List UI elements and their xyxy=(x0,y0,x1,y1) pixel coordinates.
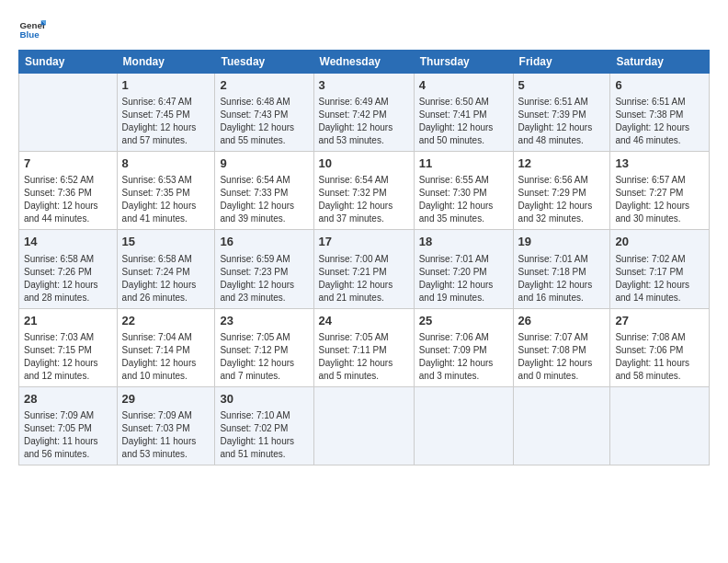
cell-info-line: Sunset: 7:27 PM xyxy=(615,187,704,200)
cell-info-line: and 32 minutes. xyxy=(518,213,606,225)
cell-info-line: Sunrise: 6:50 AM xyxy=(419,96,508,109)
cell-info-line: Sunset: 7:36 PM xyxy=(24,187,112,200)
calendar-cell xyxy=(414,386,513,465)
cell-info-line: Sunrise: 6:55 AM xyxy=(419,174,508,187)
day-number: 6 xyxy=(615,77,704,94)
calendar-cell: 4Sunrise: 6:50 AMSunset: 7:41 PMDaylight… xyxy=(414,74,513,152)
cell-info-line: Sunset: 7:30 PM xyxy=(419,187,508,200)
calendar-cell: 21Sunrise: 7:03 AMSunset: 7:15 PMDayligh… xyxy=(19,308,118,386)
calendar-cell: 11Sunrise: 6:55 AMSunset: 7:30 PMDayligh… xyxy=(414,152,513,230)
cell-info-line: Sunrise: 7:01 AM xyxy=(419,253,508,266)
cell-info-line: Sunrise: 6:56 AM xyxy=(518,174,606,187)
calendar-cell: 5Sunrise: 6:51 AMSunset: 7:39 PMDaylight… xyxy=(513,74,610,152)
cell-info-line: Daylight: 12 hours xyxy=(122,121,210,134)
weekday-header-monday: Monday xyxy=(117,51,215,74)
cell-info-line: Sunset: 7:26 PM xyxy=(24,266,112,279)
calendar-week-row: 1Sunrise: 6:47 AMSunset: 7:45 PMDaylight… xyxy=(19,74,710,152)
day-number: 2 xyxy=(220,77,308,94)
calendar-week-row: 21Sunrise: 7:03 AMSunset: 7:15 PMDayligh… xyxy=(19,308,710,386)
calendar-cell: 24Sunrise: 7:05 AMSunset: 7:11 PMDayligh… xyxy=(313,308,414,386)
cell-info-line: Daylight: 12 hours xyxy=(419,121,508,134)
cell-info-line: and 58 minutes. xyxy=(615,370,704,383)
calendar-cell: 28Sunrise: 7:09 AMSunset: 7:05 PMDayligh… xyxy=(19,386,118,465)
cell-info-line: Sunset: 7:15 PM xyxy=(24,344,112,357)
day-number: 11 xyxy=(419,155,508,172)
logo: General Blue xyxy=(18,15,46,42)
cell-info-line: and 48 minutes. xyxy=(518,134,606,147)
cell-info-line: Daylight: 12 hours xyxy=(419,357,508,370)
day-number: 5 xyxy=(518,77,606,94)
cell-info-line: Sunrise: 7:09 AM xyxy=(24,409,112,422)
day-number: 24 xyxy=(319,313,409,329)
cell-info-line: Daylight: 11 hours xyxy=(220,435,308,448)
cell-info-line: Daylight: 12 hours xyxy=(319,121,409,134)
day-number: 25 xyxy=(419,313,508,329)
cell-info-line: Sunset: 7:08 PM xyxy=(518,344,606,357)
cell-info-line: Sunset: 7:35 PM xyxy=(122,187,210,200)
calendar-cell: 22Sunrise: 7:04 AMSunset: 7:14 PMDayligh… xyxy=(117,308,215,386)
cell-info-line: Daylight: 12 hours xyxy=(615,279,704,292)
calendar-cell: 30Sunrise: 7:10 AMSunset: 7:02 PMDayligh… xyxy=(215,386,313,465)
cell-info-line: and 56 minutes. xyxy=(24,448,112,461)
cell-info-line: Sunset: 7:14 PM xyxy=(122,344,210,357)
day-number: 22 xyxy=(122,313,210,329)
cell-info-line: Sunset: 7:38 PM xyxy=(615,109,704,121)
cell-info-line: and 46 minutes. xyxy=(615,134,704,147)
weekday-header-row: SundayMondayTuesdayWednesdayThursdayFrid… xyxy=(19,51,710,74)
cell-info-line: Sunset: 7:20 PM xyxy=(419,266,508,279)
cell-info-line: Sunrise: 6:54 AM xyxy=(220,174,308,187)
cell-info-line: Sunrise: 7:02 AM xyxy=(615,253,704,266)
cell-info-line: Sunrise: 7:05 AM xyxy=(319,331,409,344)
calendar-cell xyxy=(19,74,118,152)
calendar-cell: 2Sunrise: 6:48 AMSunset: 7:43 PMDaylight… xyxy=(215,74,313,152)
cell-info-line: Sunrise: 6:47 AM xyxy=(122,96,210,109)
cell-info-line: Daylight: 12 hours xyxy=(220,121,308,134)
calendar-cell: 9Sunrise: 6:54 AMSunset: 7:33 PMDaylight… xyxy=(215,152,313,230)
calendar-week-row: 14Sunrise: 6:58 AMSunset: 7:26 PMDayligh… xyxy=(19,230,710,308)
cell-info-line: Sunset: 7:43 PM xyxy=(220,109,308,121)
calendar-cell: 1Sunrise: 6:47 AMSunset: 7:45 PMDaylight… xyxy=(117,74,215,152)
cell-info-line: and 14 minutes. xyxy=(615,292,704,304)
day-number: 4 xyxy=(419,77,508,94)
cell-info-line: Daylight: 11 hours xyxy=(615,357,704,370)
cell-info-line: Sunrise: 7:01 AM xyxy=(518,253,606,266)
cell-info-line: Daylight: 12 hours xyxy=(419,279,508,292)
day-number: 7 xyxy=(24,155,112,172)
day-number: 14 xyxy=(24,234,112,250)
day-number: 12 xyxy=(518,155,606,172)
day-number: 30 xyxy=(220,391,308,408)
calendar-cell: 13Sunrise: 6:57 AMSunset: 7:27 PMDayligh… xyxy=(610,152,710,230)
day-number: 13 xyxy=(615,155,704,172)
cell-info-line: Sunset: 7:24 PM xyxy=(122,266,210,279)
page-container: General Blue SundayMondayTuesdayWednesda… xyxy=(0,0,728,475)
cell-info-line: Daylight: 12 hours xyxy=(319,357,409,370)
calendar-cell: 15Sunrise: 6:58 AMSunset: 7:24 PMDayligh… xyxy=(117,230,215,308)
cell-info-line: Daylight: 12 hours xyxy=(220,357,308,370)
calendar-cell: 25Sunrise: 7:06 AMSunset: 7:09 PMDayligh… xyxy=(414,308,513,386)
cell-info-line: and 57 minutes. xyxy=(122,134,210,147)
calendar-cell: 14Sunrise: 6:58 AMSunset: 7:26 PMDayligh… xyxy=(19,230,118,308)
cell-info-line: Sunset: 7:41 PM xyxy=(419,109,508,121)
cell-info-line: Daylight: 12 hours xyxy=(518,121,606,134)
cell-info-line: Sunset: 7:03 PM xyxy=(122,422,210,435)
cell-info-line: and 12 minutes. xyxy=(24,370,112,383)
day-number: 3 xyxy=(319,77,409,94)
cell-info-line: and 10 minutes. xyxy=(122,370,210,383)
header: General Blue xyxy=(18,15,710,42)
cell-info-line: Daylight: 12 hours xyxy=(122,279,210,292)
cell-info-line: Sunrise: 7:03 AM xyxy=(24,331,112,344)
cell-info-line: and 37 minutes. xyxy=(319,213,409,225)
day-number: 20 xyxy=(615,234,704,250)
calendar-cell: 10Sunrise: 6:54 AMSunset: 7:32 PMDayligh… xyxy=(313,152,414,230)
calendar-cell: 27Sunrise: 7:08 AMSunset: 7:06 PMDayligh… xyxy=(610,308,710,386)
cell-info-line: Sunrise: 6:53 AM xyxy=(122,174,210,187)
cell-info-line: and 23 minutes. xyxy=(220,292,308,304)
cell-info-line: and 19 minutes. xyxy=(419,292,508,304)
day-number: 21 xyxy=(24,313,112,329)
calendar-cell xyxy=(513,386,610,465)
calendar-cell: 6Sunrise: 6:51 AMSunset: 7:38 PMDaylight… xyxy=(610,74,710,152)
cell-info-line: Sunrise: 7:00 AM xyxy=(319,253,409,266)
cell-info-line: Daylight: 12 hours xyxy=(518,279,606,292)
cell-info-line: Sunset: 7:06 PM xyxy=(615,344,704,357)
cell-info-line: and 3 minutes. xyxy=(419,370,508,383)
